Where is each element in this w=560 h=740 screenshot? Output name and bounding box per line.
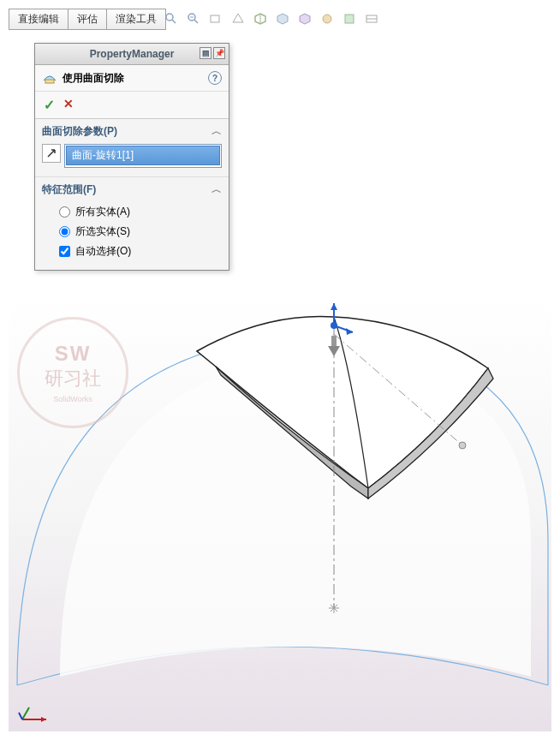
section-surface-cut-params: 曲面切除参数(P) ︿ 曲面-旋转1[1] — [35, 119, 229, 177]
surface-selection-list[interactable]: 曲面-旋转1[1] — [64, 144, 222, 168]
section-view-icon[interactable] — [229, 10, 247, 27]
svg-marker-27 — [41, 717, 46, 722]
svg-rect-19 — [211, 15, 219, 22]
pm-action-row: ✓ ✕ — [35, 92, 229, 119]
checkbox-auto-select[interactable] — [59, 246, 70, 257]
svg-point-11 — [331, 322, 337, 329]
collapse-icon[interactable]: ︿ — [211, 182, 222, 197]
svg-line-17 — [194, 20, 198, 23]
svg-rect-12 — [331, 336, 337, 348]
selected-surface-item[interactable]: 曲面-旋转1[1] — [66, 146, 220, 165]
ok-button[interactable]: ✓ — [44, 97, 55, 113]
command-manager-tabs: 直接编辑 评估 渲染工具 — [9, 9, 165, 30]
zoom-area-icon[interactable] — [185, 10, 202, 27]
origin-triad-icon — [17, 704, 51, 725]
edit-appearance-icon[interactable] — [319, 10, 336, 27]
svg-marker-8 — [331, 303, 337, 310]
svg-line-15 — [172, 20, 176, 23]
keep-visible-icon[interactable]: ▤ — [200, 47, 211, 59]
help-icon[interactable]: ? — [208, 71, 222, 85]
label-auto-select: 自动选择(O) — [75, 244, 131, 259]
tab-direct-edit[interactable]: 直接编辑 — [9, 9, 69, 30]
radio-all-bodies[interactable] — [59, 206, 70, 218]
radio-selected-bodies[interactable] — [59, 226, 70, 237]
flip-direction-button[interactable] — [42, 144, 61, 163]
apply-scene-icon[interactable] — [341, 10, 358, 27]
cancel-button[interactable]: ✕ — [63, 97, 74, 113]
svg-rect-25 — [45, 80, 54, 83]
svg-line-28 — [22, 707, 29, 719]
tab-render-tools[interactable]: 渲染工具 — [106, 9, 166, 30]
label-selected-bodies: 所选实体(S) — [75, 224, 130, 239]
collapse-icon[interactable]: ︿ — [211, 124, 222, 139]
section-feature-scope: 特征范围(F) ︿ 所有实体(A) 所选实体(S) 自动选择(O) — [35, 177, 229, 270]
heads-up-view-toolbar — [163, 9, 548, 28]
svg-line-29 — [19, 713, 22, 719]
prev-view-icon[interactable] — [207, 10, 224, 27]
view-orientation-icon[interactable] — [252, 10, 269, 27]
cut-with-surface-icon — [42, 70, 57, 86]
tab-evaluate[interactable]: 评估 — [68, 9, 107, 30]
svg-point-21 — [323, 15, 331, 23]
watermark-stamp: SW 研习社 SolidWorks — [17, 317, 128, 428]
hide-show-icon[interactable] — [296, 10, 313, 27]
feature-title-row: 使用曲面切除 ? — [35, 65, 229, 92]
svg-point-14 — [166, 14, 173, 21]
section-scope-title: 特征范围(F) — [42, 182, 96, 197]
pm-header: PropertyManager ▤ 📌 — [35, 44, 229, 65]
display-style-icon[interactable] — [274, 10, 291, 27]
pushpin-icon[interactable]: 📌 — [213, 47, 225, 59]
section-params-title: 曲面切除参数(P) — [42, 124, 117, 139]
view-settings-icon[interactable] — [363, 10, 380, 27]
label-all-bodies: 所有实体(A) — [75, 205, 130, 219]
svg-point-2 — [459, 442, 466, 449]
property-manager-panel: PropertyManager ▤ 📌 使用曲面切除 ? ✓ ✕ 曲面切除参数(… — [34, 43, 229, 271]
svg-rect-22 — [345, 15, 354, 23]
feature-title: 使用曲面切除 — [63, 71, 208, 86]
